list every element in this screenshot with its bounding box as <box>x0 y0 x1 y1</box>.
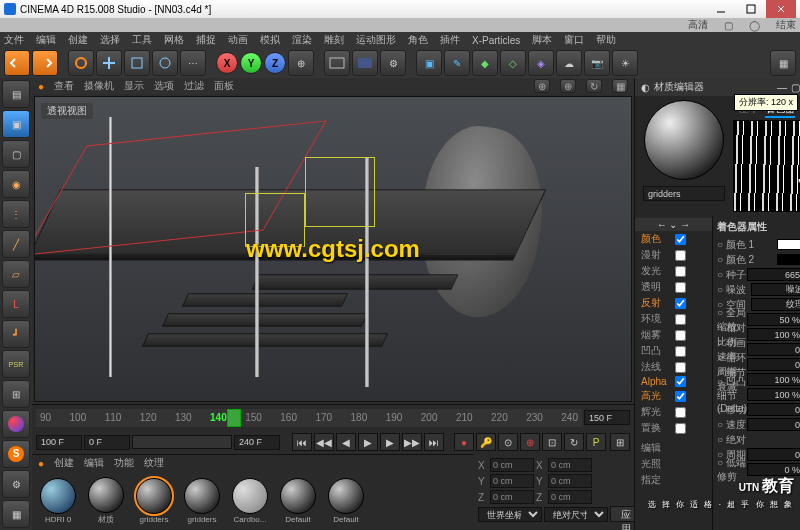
menu-snap[interactable]: 捕捉 <box>196 33 216 47</box>
channel-checkbox[interactable] <box>675 266 686 277</box>
coord-mode-1[interactable]: 世界坐标 <box>478 507 542 522</box>
menu-mograph[interactable]: 运动图形 <box>356 33 396 47</box>
prop-value-field[interactable] <box>747 388 800 401</box>
mat-tab-tex[interactable]: 纹理 <box>144 456 164 470</box>
nurbs-button[interactable]: ◆ <box>472 50 498 76</box>
channel-checkbox[interactable] <box>675 346 686 357</box>
close-button[interactable] <box>766 0 796 18</box>
material-default1[interactable]: Default <box>276 478 320 524</box>
range-slider[interactable] <box>132 435 232 449</box>
extra-button[interactable]: ⚙ <box>2 470 30 498</box>
menu-char[interactable]: 角色 <box>408 33 428 47</box>
channel-nav[interactable]: ← ⌄ → <box>635 218 712 231</box>
prop-value-field[interactable] <box>747 268 800 281</box>
channel-凹凸[interactable]: 凹凸 <box>635 343 712 359</box>
timeline-playhead[interactable] <box>227 409 241 427</box>
deformer-button[interactable]: ◈ <box>528 50 554 76</box>
sculpt-button[interactable]: S <box>2 440 30 468</box>
make-editable-button[interactable]: ▤ <box>2 80 30 108</box>
timeline-opts[interactable]: ⊞ <box>610 433 630 451</box>
channel-环境[interactable]: 环境 <box>635 311 712 327</box>
vp-view[interactable]: 查看 <box>54 79 74 93</box>
channel-烟雾[interactable]: 烟雾 <box>635 327 712 343</box>
primitive-cube-button[interactable]: ▣ <box>416 50 442 76</box>
goto-end-button[interactable]: ⏭ <box>424 433 444 451</box>
channel-checkbox[interactable] <box>675 250 686 261</box>
channel-辉光[interactable]: 辉光 <box>635 404 712 420</box>
rec-box-icon[interactable]: ▢ <box>724 20 733 31</box>
pos-x[interactable] <box>490 458 534 472</box>
size-x[interactable] <box>548 458 592 472</box>
size-z[interactable] <box>548 490 592 504</box>
channel-checkbox[interactable] <box>675 376 686 387</box>
end-label[interactable]: 结束 <box>776 18 796 32</box>
channel-checkbox[interactable] <box>675 298 686 309</box>
render-view-button[interactable] <box>324 50 350 76</box>
material-default2[interactable]: Default <box>324 478 368 524</box>
play-button[interactable]: ▶ <box>358 433 378 451</box>
goto-start-button[interactable]: ⏮ <box>292 433 312 451</box>
channel-发光[interactable]: 发光 <box>635 263 712 279</box>
prop-value-field[interactable] <box>747 463 800 476</box>
record-key-button[interactable]: ● <box>454 433 474 451</box>
vp-nav-3[interactable]: ↻ <box>586 79 602 93</box>
prop-value-field[interactable] <box>747 403 800 416</box>
menu-sculpt[interactable]: 雕刻 <box>324 33 344 47</box>
perspective-viewport[interactable]: 透视视图 www.cgtsj.com <box>34 96 632 402</box>
menu-create[interactable]: 创建 <box>68 33 88 47</box>
closed-button[interactable]: ┛ <box>2 320 30 348</box>
channel-checkbox[interactable] <box>675 423 686 434</box>
prop-value-field[interactable] <box>747 328 800 341</box>
size-y[interactable] <box>548 474 592 488</box>
mat-tab-edit[interactable]: 编辑 <box>84 456 104 470</box>
menu-window[interactable]: 窗口 <box>564 33 584 47</box>
menu-script[interactable]: 脚本 <box>532 33 552 47</box>
material-preview-sphere[interactable] <box>644 100 724 180</box>
snap-button[interactable]: ⊞ <box>2 380 30 408</box>
channel-edit[interactable]: 编辑 <box>635 440 712 456</box>
menu-tools[interactable]: 工具 <box>132 33 152 47</box>
channel-checkbox[interactable] <box>675 314 686 325</box>
menu-xparticles[interactable]: X-Particles <box>472 35 520 46</box>
channel-高光[interactable]: 高光 <box>635 388 712 404</box>
key-scale-button[interactable]: ⊡ <box>542 433 562 451</box>
mat-tab-func[interactable]: 功能 <box>114 456 134 470</box>
vp-filter[interactable]: 过滤 <box>184 79 204 93</box>
axis-center-button[interactable]: L <box>2 290 30 318</box>
color-swatch[interactable] <box>777 239 800 250</box>
pos-z[interactable] <box>490 490 534 504</box>
light-button[interactable]: ☀ <box>612 50 638 76</box>
channel-checkbox[interactable] <box>675 282 686 293</box>
psr-button[interactable]: PSR <box>2 350 30 378</box>
scale-tool[interactable] <box>124 50 150 76</box>
channel-透明[interactable]: 透明 <box>635 279 712 295</box>
hd-label[interactable]: 高清 <box>688 18 708 32</box>
shader-preview[interactable]: ↖ <box>733 120 800 212</box>
channel-checkbox[interactable] <box>675 330 686 341</box>
menu-mesh[interactable]: 网格 <box>164 33 184 47</box>
vp-display[interactable]: 显示 <box>124 79 144 93</box>
workplane-button[interactable] <box>2 410 30 438</box>
prop-value-field[interactable] <box>747 418 800 431</box>
vp-options[interactable]: 选项 <box>154 79 174 93</box>
rotate-tool[interactable] <box>152 50 178 76</box>
vp-nav-4[interactable]: ▦ <box>612 79 628 93</box>
pos-y[interactable] <box>490 474 534 488</box>
panel-max-icon[interactable]: ▢ <box>791 82 800 93</box>
timeline-ruler[interactable]: 90 100 110 120 130 140 150 160 170 180 1… <box>32 404 634 430</box>
menu-edit[interactable]: 编辑 <box>36 33 56 47</box>
maximize-button[interactable] <box>736 0 766 18</box>
autokey-button[interactable]: 🔑 <box>476 433 496 451</box>
material-hdri[interactable]: HDRI 0 <box>36 478 80 524</box>
render-pv-button[interactable] <box>352 50 378 76</box>
render-settings-button[interactable]: ⚙ <box>380 50 406 76</box>
key-opts-button[interactable]: ⊙ <box>498 433 518 451</box>
texture-mode-button[interactable]: ◉ <box>2 170 30 198</box>
point-mode-button[interactable]: ⋮ <box>2 200 30 228</box>
channel-checkbox[interactable] <box>675 407 686 418</box>
model-mode-button[interactable]: ▣ <box>2 110 30 138</box>
mat-tab-create[interactable]: 创建 <box>54 456 74 470</box>
coord-mode-2[interactable]: 绝对尺寸 <box>544 507 608 522</box>
channel-checkbox[interactable] <box>675 234 686 245</box>
channel-Alpha[interactable]: Alpha <box>635 375 712 388</box>
